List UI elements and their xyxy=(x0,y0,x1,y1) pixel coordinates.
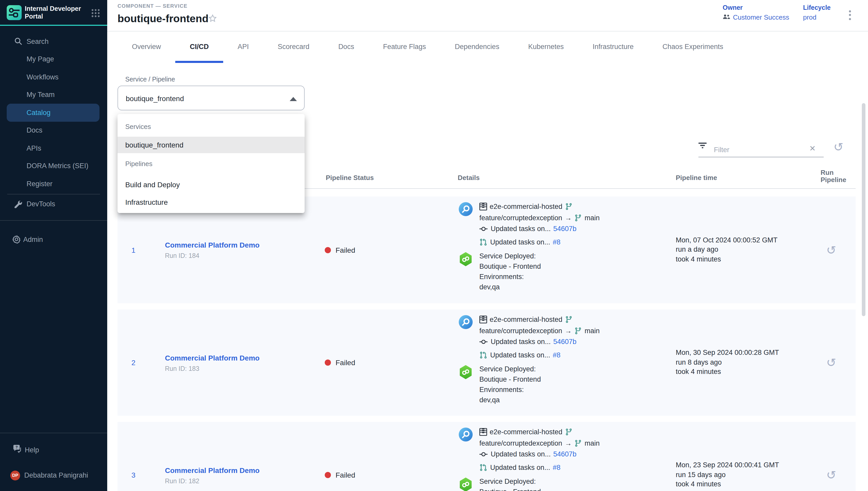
idp-logo-icon xyxy=(7,5,22,20)
sidebar-item-label: Workflows xyxy=(27,73,59,81)
sidebar-item-my-page[interactable]: My Page xyxy=(0,50,107,68)
deploy-service: Boutique - Frontend xyxy=(479,487,541,491)
arrow: → xyxy=(565,212,571,223)
sidebar-item-help[interactable]: ? Help xyxy=(0,441,107,459)
deploy-service: Boutique - Frontend xyxy=(479,374,541,385)
sidebar-item-devtools[interactable]: DevTools xyxy=(0,195,107,213)
tab-kubernetes[interactable]: Kubernetes xyxy=(514,31,578,63)
dropdown-option-boutique-frontend[interactable]: boutique_frontend xyxy=(118,137,305,153)
pipeline-time-date: Mon, 23 Sep 2024 00:00:41 GMT xyxy=(676,461,809,470)
commit-message: Updated tasks on... xyxy=(491,449,551,460)
chevron-up-icon xyxy=(290,97,297,101)
search-icon xyxy=(14,38,22,46)
pr-number-link[interactable]: #8 xyxy=(553,349,561,360)
group-icon xyxy=(723,13,731,21)
app-launcher-icon[interactable] xyxy=(91,9,100,18)
tab-overview[interactable]: Overview xyxy=(118,31,176,63)
pipeline-name-link[interactable]: Commercial Platform Demo xyxy=(165,353,309,363)
tab-infrastructure[interactable]: Infrastructure xyxy=(578,31,648,63)
repository-icon xyxy=(479,428,487,436)
repo-name: e2e-commercial-hosted xyxy=(490,427,562,438)
status-text: Failed xyxy=(336,471,355,479)
pull-request-icon xyxy=(479,238,487,246)
git-branch-icon xyxy=(574,439,582,447)
tab-dependencies[interactable]: Dependencies xyxy=(440,31,514,63)
cd-stage-icon xyxy=(459,252,473,266)
dropdown-option-infrastructure[interactable]: Infrastructure xyxy=(118,194,305,211)
gear-icon xyxy=(12,235,21,244)
ci-stage-icon xyxy=(459,315,473,329)
sidebar-item-label: My Team xyxy=(27,91,55,99)
sidebar-item-label: My Page xyxy=(27,55,54,63)
env-label: Environments: xyxy=(479,385,541,395)
col-details: Details xyxy=(454,174,665,188)
sidebar-item-my-team[interactable]: My Team xyxy=(0,86,107,104)
sidebar-divider xyxy=(0,220,107,221)
commit-sha-link[interactable]: 54607b xyxy=(553,223,577,234)
user-menu[interactable]: DP Debabrata Panigrahi xyxy=(0,467,107,484)
run-id: Run ID: 184 xyxy=(165,252,309,259)
svg-text:?: ? xyxy=(16,445,18,449)
pipeline-time-date: Mon, 30 Sep 2024 00:00:28 GMT xyxy=(676,348,809,358)
col-pipeline-time: Pipeline time xyxy=(665,174,809,188)
sidebar-item-catalog[interactable]: Catalog xyxy=(7,104,99,121)
branch-from: feature/corruptedexception xyxy=(479,438,562,449)
git-branch-icon xyxy=(565,428,572,436)
entity-header: COMPONENT — SERVICE boutique-frontend Ow… xyxy=(107,0,868,31)
vertical-scrollbar[interactable] xyxy=(862,103,865,316)
pr-number-link[interactable]: #8 xyxy=(553,236,561,248)
sidebar-item-register[interactable]: Register xyxy=(0,175,107,193)
sidebar-item-docs[interactable]: Docs xyxy=(0,121,107,139)
commit-sha-link[interactable]: 54607b xyxy=(553,449,577,460)
page-title: boutique-frontend xyxy=(118,12,209,25)
branch-to: main xyxy=(585,438,600,449)
avatar: DP xyxy=(10,470,20,480)
commit-sha-link[interactable]: 54607b xyxy=(553,336,577,347)
col-run-pipeline: Run Pipeline xyxy=(809,169,856,188)
dropdown-group-services: Services xyxy=(118,120,305,134)
run-pipeline-button[interactable]: ↺ xyxy=(826,469,836,481)
more-options-icon[interactable] xyxy=(845,7,855,23)
repository-icon xyxy=(479,203,487,211)
pipeline-name-link[interactable]: Commercial Platform Demo xyxy=(165,240,309,250)
repo-name: e2e-commercial-hosted xyxy=(490,201,562,212)
filter-underline xyxy=(699,157,824,157)
sidebar-item-apis[interactable]: APIs xyxy=(0,139,107,157)
pr-number-link[interactable]: #8 xyxy=(553,462,561,473)
service-pipeline-select[interactable]: boutique_frontend xyxy=(118,86,305,110)
pipeline-time-ago: run 8 days ago xyxy=(676,358,809,368)
pull-request-icon xyxy=(479,351,487,359)
dropdown-option-build-and-deploy[interactable]: Build and Deploy xyxy=(118,176,305,194)
tab-scorecard[interactable]: Scorecard xyxy=(264,31,324,63)
tab-docs[interactable]: Docs xyxy=(324,31,369,63)
tab-chaos-experiments[interactable]: Chaos Experiments xyxy=(648,31,738,63)
sidebar: Internal Developer Portal Search My Page… xyxy=(0,0,107,491)
tab-feature-flags[interactable]: Feature Flags xyxy=(369,31,440,63)
tab-api[interactable]: API xyxy=(223,31,264,63)
sidebar-item-dora-metrics[interactable]: DORA Metrics (SEI) xyxy=(0,157,107,175)
deploy-service: Boutique - Frontend xyxy=(479,261,541,272)
repo-name: e2e-commercial-hosted xyxy=(490,314,562,325)
run-pipeline-button[interactable]: ↺ xyxy=(826,356,836,369)
tab-cicd[interactable]: CI/CD xyxy=(176,31,223,63)
sidebar-item-workflows[interactable]: Workflows xyxy=(0,68,107,86)
owner-link[interactable]: Customer Success xyxy=(723,13,789,21)
help-chat-icon: ? xyxy=(13,445,22,455)
sidebar-divider xyxy=(0,433,107,433)
refresh-icon[interactable]: ↺ xyxy=(834,140,843,154)
help-label: Help xyxy=(25,446,39,454)
sidebar-divider xyxy=(7,194,100,194)
deploy-label: Service Deployed: xyxy=(479,476,541,487)
sidebar-item-label: DevTools xyxy=(27,200,55,208)
clear-filter-icon[interactable]: ✕ xyxy=(809,144,816,153)
pipeline-name-link[interactable]: Commercial Platform Demo xyxy=(165,465,309,475)
run-pipeline-button[interactable]: ↺ xyxy=(826,244,836,256)
sidebar-item-search[interactable]: Search xyxy=(0,32,107,50)
git-commit-icon xyxy=(479,338,488,346)
sidebar-item-label: Admin xyxy=(23,236,43,243)
filter-input[interactable] xyxy=(714,142,807,157)
pipeline-time-ago: run a day ago xyxy=(676,245,809,255)
favorite-star-icon[interactable] xyxy=(208,14,217,23)
run-id: Run ID: 182 xyxy=(165,477,309,485)
sidebar-item-admin[interactable]: Admin xyxy=(0,231,107,248)
